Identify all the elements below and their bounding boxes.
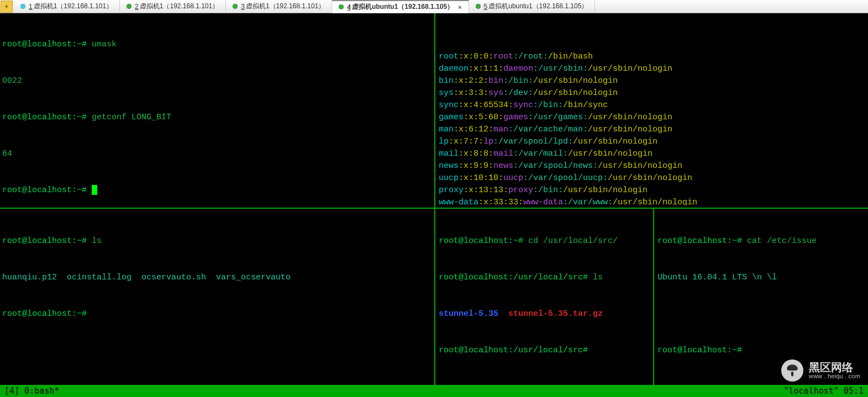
term-line: root@localhost:~# (657, 345, 866, 357)
term-output: 0022 (2, 75, 432, 87)
pane-bottom-mid[interactable]: root@localhost:~# cd /usr/local/src/ roo… (436, 210, 652, 384)
new-tab-button[interactable]: + (1, 1, 13, 13)
term-line: root@localhost:~# umask (2, 39, 432, 51)
passwd-line: www-data:x:33:33:www-data:/var/www:/usr/… (439, 197, 866, 205)
passwd-line: sys:x:3:3:sys:/dev:/usr/sbin/nologin (439, 87, 866, 99)
status-dot-icon (339, 4, 344, 9)
pane-top-left[interactable]: root@localhost:~# umask 0022 root@localh… (0, 13, 434, 205)
passwd-line: proxy:x:13:13:proxy:/bin:/usr/sbin/nolog… (439, 184, 866, 197)
passwd-line: games:x:5:60:games:/usr/games:/usr/sbin/… (439, 112, 866, 124)
tab-number: 1 (29, 3, 33, 10)
passwd-line: mail:x:8:8:mail:/var/mail:/usr/sbin/nolo… (439, 148, 866, 160)
passwd-line: sync:x:4:65534:sync:/bin:/bin/sync (439, 99, 866, 112)
term-line: root@localhost:/usr/local/src# ls (439, 272, 650, 284)
split-vertical-top[interactable] (434, 13, 435, 208)
term-line: root@localhost:~# cat /etc/issue (657, 235, 866, 247)
tab-label: 虚拟机1（192.168.1.101） (34, 2, 113, 11)
tab-bar: + 1 虚拟机1（192.168.1.101） 2 虚拟机1（192.168.1… (0, 0, 868, 13)
status-right: "localhost" 05:1 (784, 386, 864, 396)
tab-number: 5 (484, 3, 488, 10)
tab-label: 虚拟机1（192.168.1.101） (140, 2, 219, 11)
pane-top-right[interactable]: root:x:0:0:root:/root:/bin/bashdaemon:x:… (436, 13, 868, 205)
split-vertical-bottom-2[interactable] (653, 209, 654, 396)
tab-5[interactable]: 5 虚拟机ubuntu1（192.168.1.105） (469, 0, 596, 13)
passwd-line: uucp:x:10:10:uucp:/var/spool/uucp:/usr/s… (439, 172, 866, 184)
term-line: root@localhost:~# (2, 184, 432, 197)
term-line: root@localhost:~# cd /usr/local/src/ (439, 235, 650, 247)
tab-4-active[interactable]: 4 虚拟机ubuntu1（192.168.1.105） × (332, 0, 469, 13)
status-dot-icon (233, 4, 238, 9)
term-output: 64 (2, 148, 432, 160)
passwd-line: lp:x:7:7:lp:/var/spool/lpd:/usr/sbin/nol… (439, 136, 866, 148)
term-line: root@localhost:~# getconf LONG_BIT (2, 112, 432, 124)
tab-number: 3 (241, 3, 245, 10)
pane-bottom-right[interactable]: root@localhost:~# cat /etc/issue Ubuntu … (655, 210, 868, 384)
term-line: root@localhost:~# (2, 308, 432, 320)
split-vertical-bottom-1[interactable] (434, 209, 435, 396)
term-line (657, 308, 866, 320)
tab-label: 虚拟机ubuntu1（192.168.1.105） (352, 2, 454, 12)
tab-1[interactable]: 1 虚拟机1（192.168.1.101） (14, 0, 120, 13)
cursor-icon (92, 185, 97, 195)
term-line: root@localhost:/usr/local/src# (439, 345, 650, 357)
term-output: huanqiu.p12 ocinstall.log ocservauto.sh … (2, 272, 432, 284)
status-dot-icon (127, 4, 131, 9)
tmux-status-bar: [4] 0:bash* "localhost" 05:1 (0, 385, 868, 397)
pane-bottom-left[interactable]: root@localhost:~# ls huanqiu.p12 ocinsta… (0, 210, 434, 384)
term-output: Ubuntu 16.04.1 LTS \n \l (657, 272, 866, 284)
passwd-line: news:x:9:9:news:/var/spool/news:/usr/sbi… (439, 160, 866, 172)
status-left: [4] 0:bash* (4, 386, 59, 396)
close-icon[interactable]: × (458, 4, 461, 10)
tab-2[interactable]: 2 虚拟机1（192.168.1.101） (120, 0, 226, 13)
term-line: root@localhost:~# ls (2, 235, 432, 247)
tab-number: 2 (135, 3, 139, 10)
passwd-line: root:x:0:0:root:/root:/bin/bash (439, 51, 866, 63)
tab-3[interactable]: 3 虚拟机1（192.168.1.101） (226, 0, 332, 13)
status-dot-icon (476, 4, 481, 9)
passwd-line: daemon:x:1:1:daemon:/usr/sbin:/usr/sbin/… (439, 63, 866, 75)
tab-label: 虚拟机ubuntu1（192.168.1.105） (488, 2, 588, 11)
terminal-area: root@localhost:~# umask 0022 root@localh… (0, 13, 868, 397)
status-dot-icon (20, 4, 25, 9)
tab-number: 4 (347, 3, 351, 11)
passwd-line: man:x:6:12:man:/var/cache/man:/usr/sbin/… (439, 124, 866, 136)
passwd-line: bin:x:2:2:bin:/bin:/usr/sbin/nologin (439, 75, 866, 87)
tab-label: 虚拟机1（192.168.1.101） (246, 2, 325, 11)
term-output: stunnel-5.35 stunnel-5.35.tar.gz (439, 308, 650, 320)
